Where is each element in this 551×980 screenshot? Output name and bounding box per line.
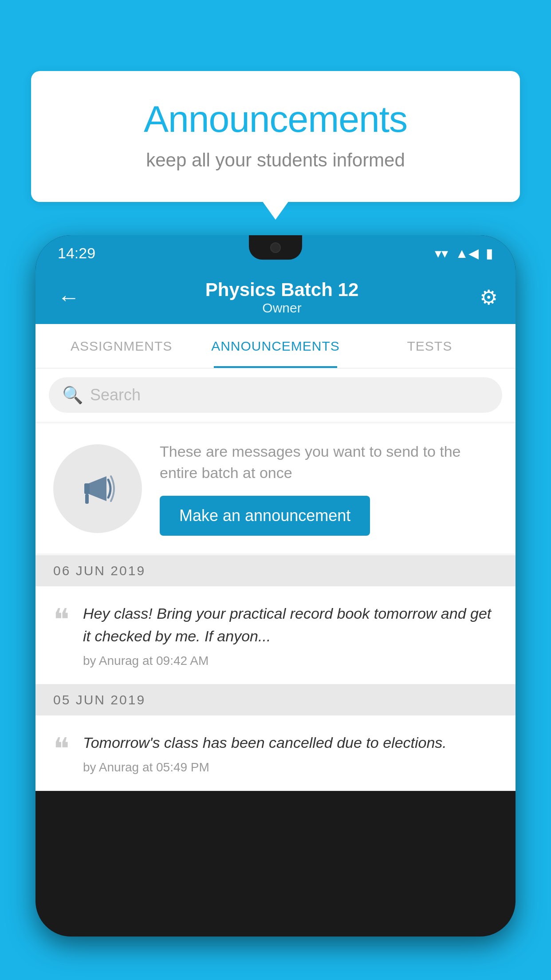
signal-icon: ▲◀ [455, 245, 479, 261]
tab-announcements[interactable]: ANNOUNCEMENTS [198, 324, 352, 368]
svg-rect-2 [85, 494, 89, 504]
battery-icon: ▮ [486, 245, 493, 261]
bubble-title: Announcements [67, 98, 484, 141]
search-bar-wrapper: 🔍 Search [35, 368, 516, 422]
svg-marker-0 [89, 476, 106, 501]
date-separator-1: 06 JUN 2019 [35, 555, 516, 586]
speech-bubble: Announcements keep all your students inf… [31, 71, 520, 202]
app-content: 🔍 Search [35, 368, 516, 791]
search-placeholder: Search [90, 386, 141, 404]
tabs-bar: ASSIGNMENTS ANNOUNCEMENTS TESTS [35, 324, 516, 368]
status-icons: ▾▾ ▲◀ ▮ [435, 245, 493, 261]
phone-frame: 14:29 ▾▾ ▲◀ ▮ ← Physics Batch 12 Owner ⚙… [35, 235, 516, 937]
announcement-prompt: These are messages you want to send to t… [35, 423, 516, 553]
megaphone-icon [75, 466, 120, 511]
app-bar-title: Physics Batch 12 [84, 279, 480, 300]
phone-wrapper: 14:29 ▾▾ ▲◀ ▮ ← Physics Batch 12 Owner ⚙… [35, 235, 516, 980]
back-button[interactable]: ← [53, 280, 84, 315]
announcement-meta-1: by Anurag at 09:42 AM [83, 654, 498, 668]
notch [249, 235, 302, 260]
wifi-icon: ▾▾ [435, 245, 448, 261]
app-bar-subtitle: Owner [84, 300, 480, 316]
search-bar[interactable]: 🔍 Search [49, 377, 502, 413]
announcement-content-2: Tomorrow's class has been cancelled due … [83, 731, 498, 775]
tab-assignments[interactable]: ASSIGNMENTS [44, 324, 198, 368]
announcement-meta-2: by Anurag at 05:49 PM [83, 760, 498, 775]
speech-bubble-container: Announcements keep all your students inf… [31, 71, 520, 202]
status-time: 14:29 [58, 245, 95, 262]
date-separator-2: 05 JUN 2019 [35, 684, 516, 715]
megaphone-circle [53, 444, 142, 533]
announcement-item-1[interactable]: ❝ Hey class! Bring your practical record… [35, 586, 516, 684]
quote-icon-1: ❝ [53, 605, 70, 635]
quote-icon-2: ❝ [53, 734, 70, 764]
app-bar: ← Physics Batch 12 Owner ⚙ [35, 271, 516, 324]
prompt-right: These are messages you want to send to t… [160, 441, 498, 536]
announcement-item-2[interactable]: ❝ Tomorrow's class has been cancelled du… [35, 715, 516, 791]
announcement-content-1: Hey class! Bring your practical record b… [83, 602, 498, 668]
front-camera [270, 242, 281, 253]
search-icon: 🔍 [62, 385, 83, 405]
app-bar-title-section: Physics Batch 12 Owner [84, 279, 480, 316]
prompt-description: These are messages you want to send to t… [160, 441, 498, 483]
announcement-message-1: Hey class! Bring your practical record b… [83, 602, 498, 648]
bubble-subtitle: keep all your students informed [67, 150, 484, 171]
make-announcement-button[interactable]: Make an announcement [160, 496, 370, 536]
settings-button[interactable]: ⚙ [480, 285, 498, 309]
tab-tests[interactable]: TESTS [353, 324, 507, 368]
announcement-message-2: Tomorrow's class has been cancelled due … [83, 731, 498, 754]
svg-rect-1 [84, 483, 90, 494]
